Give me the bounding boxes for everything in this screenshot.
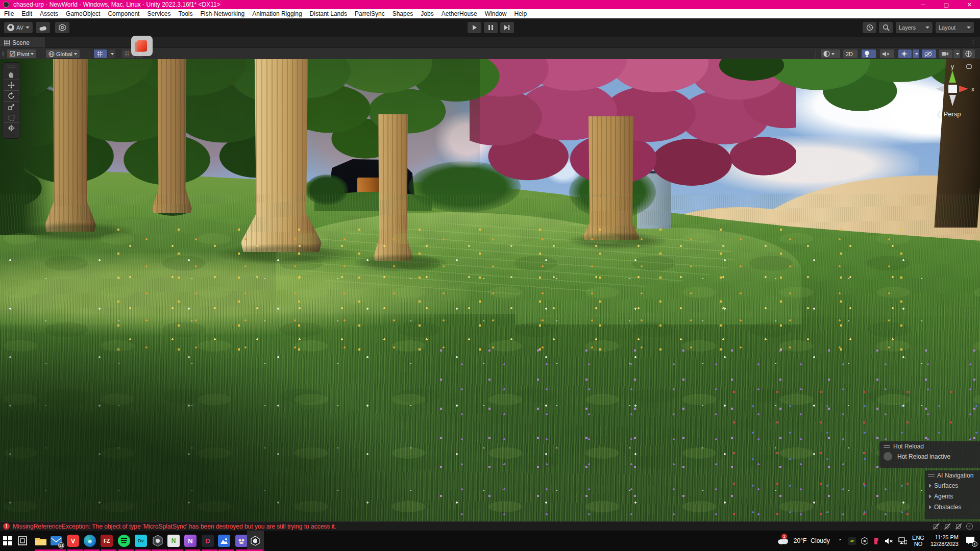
menu-aetherhouse[interactable]: AetherHouse bbox=[442, 10, 477, 17]
menu-fish-networking[interactable]: Fish-Networking bbox=[200, 10, 244, 17]
scene-viewport[interactable]: y x ❮ Persp Hot Reload Hot Reload inacti… bbox=[0, 59, 980, 521]
drag-handle[interactable] bbox=[928, 474, 935, 477]
foldout-arrow-icon bbox=[929, 494, 932, 498]
2d-toggle-button[interactable]: 2D bbox=[843, 49, 857, 58]
hot-reload-indicator[interactable] bbox=[884, 452, 892, 461]
gizmos-dropdown[interactable] bbox=[963, 49, 975, 58]
rect-tool-button[interactable] bbox=[4, 112, 19, 122]
menu-jobs[interactable]: Jobs bbox=[421, 10, 433, 17]
menu-distant-lands[interactable]: Distant Lands bbox=[310, 10, 347, 17]
task-view-button[interactable] bbox=[16, 535, 29, 547]
ai-nav-obstacles[interactable]: Obstacles bbox=[925, 502, 980, 512]
vivaldi-icon[interactable]: V bbox=[67, 535, 79, 547]
menu-animation-rigging[interactable]: Animation Rigging bbox=[252, 10, 302, 17]
weather-icon[interactable]: 1 bbox=[776, 536, 790, 546]
notepadpp-icon[interactable]: N bbox=[167, 535, 180, 547]
grid-snap-dropdown[interactable] bbox=[108, 49, 115, 58]
pivot-dropdown[interactable]: Pivot bbox=[7, 49, 36, 58]
move-tool-button[interactable] bbox=[4, 80, 19, 90]
maximize-button[interactable]: ▢ bbox=[943, 2, 948, 8]
transform-tool-button[interactable] bbox=[4, 122, 19, 133]
notification-center-icon[interactable]: 1 bbox=[966, 536, 975, 546]
pink-tray-icon[interactable] bbox=[873, 537, 880, 545]
menu-gameobject[interactable]: GameObject bbox=[66, 10, 100, 17]
undo-history-button[interactable] bbox=[863, 22, 876, 33]
messages-muted-icon[interactable] bbox=[944, 523, 950, 530]
clock[interactable]: 11:25 PM12/28/2023 bbox=[930, 534, 959, 547]
effects-dropdown[interactable] bbox=[913, 49, 919, 58]
scene-tab-label: Scene bbox=[12, 39, 30, 46]
audio-toggle-button[interactable] bbox=[880, 49, 894, 58]
menu-assets[interactable]: Assets bbox=[40, 10, 58, 17]
gamemaker-icon[interactable] bbox=[152, 535, 164, 547]
shading-mode-dropdown[interactable] bbox=[821, 49, 840, 58]
menu-shapes[interactable]: Shapes bbox=[393, 10, 413, 17]
step-button[interactable] bbox=[500, 22, 514, 33]
nvidia-tray-icon[interactable] bbox=[848, 537, 856, 545]
grid-snap-button[interactable] bbox=[94, 49, 107, 58]
kebab-menu-icon[interactable]: ⋮ bbox=[970, 39, 976, 45]
menu-help[interactable]: Help bbox=[514, 10, 527, 17]
warnings-muted-icon[interactable] bbox=[955, 523, 962, 530]
status-check-icon[interactable]: ✓ bbox=[966, 523, 973, 530]
account-button[interactable]: AV bbox=[4, 22, 33, 33]
menu-services[interactable]: Services bbox=[147, 10, 170, 17]
play-controls bbox=[468, 22, 514, 33]
camera-button[interactable] bbox=[939, 49, 952, 58]
tray-expand-chevron[interactable]: ⌃ bbox=[838, 538, 842, 544]
effects-toggle-button[interactable] bbox=[898, 49, 912, 58]
menu-window[interactable]: Window bbox=[485, 10, 507, 17]
version-control-button[interactable] bbox=[55, 22, 69, 33]
minimize-button[interactable]: ─ bbox=[921, 2, 925, 8]
gimp-icon[interactable] bbox=[235, 535, 248, 547]
menu-component[interactable]: Component bbox=[108, 10, 139, 17]
volume-muted-icon[interactable] bbox=[885, 538, 893, 544]
start-button[interactable] bbox=[2, 535, 14, 547]
scale-tool-button[interactable] bbox=[4, 101, 19, 112]
file-explorer-icon[interactable] bbox=[35, 535, 47, 547]
menu-file[interactable]: File bbox=[4, 10, 14, 17]
menu-edit[interactable]: Edit bbox=[21, 10, 32, 17]
ai-nav-surfaces[interactable]: Surfaces bbox=[925, 480, 980, 491]
layers-dropdown[interactable]: Layers bbox=[896, 22, 933, 33]
speaker-muted-icon bbox=[883, 51, 890, 57]
scene-orientation-gizmo[interactable]: y x ❮ Persp bbox=[930, 63, 979, 124]
weather-temp[interactable]: 20°F bbox=[794, 537, 806, 544]
global-dropdown[interactable]: Global bbox=[46, 49, 80, 58]
ai-nav-agents[interactable]: Agents bbox=[925, 491, 980, 502]
camera-dropdown[interactable] bbox=[953, 49, 960, 58]
close-button[interactable]: ✕ bbox=[967, 2, 972, 8]
snap-increment-icon bbox=[124, 51, 131, 57]
red-d-app-icon[interactable]: D bbox=[202, 535, 214, 547]
tab-scene[interactable]: Scene bbox=[0, 37, 46, 48]
network-icon[interactable] bbox=[898, 537, 907, 544]
mail-icon[interactable]: 13 bbox=[50, 535, 62, 547]
drag-handle[interactable] bbox=[7, 65, 15, 67]
menu-tools[interactable]: Tools bbox=[178, 10, 192, 17]
rotate-tool-button[interactable] bbox=[4, 90, 19, 101]
photos-icon[interactable] bbox=[218, 535, 230, 547]
unity-taskbar-icon[interactable] bbox=[249, 535, 261, 547]
svg-text:❮ Persp: ❮ Persp bbox=[936, 110, 961, 118]
drag-handle[interactable] bbox=[884, 445, 890, 448]
play-button[interactable] bbox=[468, 22, 481, 33]
weather-condition[interactable]: Cloudy bbox=[811, 537, 829, 544]
layout-dropdown[interactable]: Layout bbox=[936, 22, 974, 33]
console-error-message[interactable]: MissingReferenceException: The object of… bbox=[13, 523, 336, 530]
cloud-button[interactable] bbox=[36, 22, 50, 33]
hand-tool-button[interactable] bbox=[4, 69, 19, 80]
menu-parrelsync[interactable]: ParrelSync bbox=[355, 10, 385, 17]
nvidia-app-icon[interactable]: N bbox=[184, 535, 197, 547]
hexagon-tray-icon[interactable] bbox=[861, 537, 868, 545]
lighting-toggle-button[interactable] bbox=[862, 49, 876, 58]
davinci-icon[interactable]: Dv bbox=[135, 535, 147, 547]
search-button[interactable] bbox=[879, 22, 893, 33]
notifications-muted-icon[interactable] bbox=[933, 523, 939, 530]
hidden-objects-button[interactable] bbox=[922, 49, 936, 58]
filezilla-icon[interactable]: FZ bbox=[101, 535, 113, 547]
language-indicator[interactable]: ENGNO bbox=[912, 535, 924, 547]
status-bar[interactable]: ! MissingReferenceException: The object … bbox=[0, 521, 980, 531]
edge-icon[interactable]: e bbox=[84, 535, 96, 547]
pause-button[interactable] bbox=[484, 22, 498, 33]
spotify-icon[interactable] bbox=[118, 535, 130, 547]
